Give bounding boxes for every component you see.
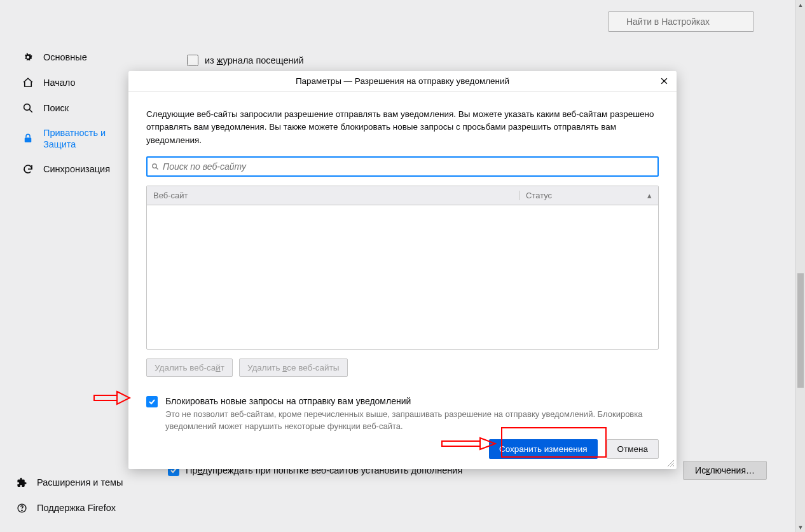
- remove-all-sites-button[interactable]: Удалить все веб-сайты: [239, 358, 348, 377]
- save-button[interactable]: Сохранить изменения: [489, 439, 598, 459]
- block-new-requests-checkbox[interactable]: [146, 396, 158, 407]
- block-requests-label: Блокировать новые запросы на отправку ва…: [165, 396, 659, 406]
- site-search-field[interactable]: [146, 156, 659, 177]
- block-requests-note: Это не позволит веб-сайтам, кроме перечи…: [165, 409, 659, 433]
- svg-line-10: [156, 168, 158, 170]
- dialog-title: Параметры — Разрешения на отправку уведо…: [296, 76, 509, 86]
- column-header-site[interactable]: Веб-сайт: [147, 191, 519, 200]
- column-header-status[interactable]: Статус ▴: [519, 191, 658, 200]
- remove-site-button[interactable]: Удалить веб-сайт: [146, 358, 233, 377]
- dialog-description: Следующие веб-сайты запросили разрешение…: [146, 108, 659, 148]
- sites-table: Веб-сайт Статус ▴: [146, 186, 659, 350]
- svg-line-13: [673, 465, 674, 467]
- close-icon[interactable]: [657, 74, 670, 87]
- svg-point-9: [153, 164, 157, 168]
- resize-grip-icon[interactable]: [666, 459, 675, 468]
- sort-asc-icon: ▴: [647, 191, 652, 200]
- site-search-input[interactable]: [159, 161, 654, 172]
- notifications-permissions-dialog: Параметры — Разрешения на отправку уведо…: [128, 71, 677, 469]
- cancel-button[interactable]: Отмена: [607, 439, 659, 459]
- sites-table-body: [147, 205, 658, 349]
- search-icon: [151, 163, 159, 170]
- dialog-header: Параметры — Разрешения на отправку уведо…: [128, 71, 677, 92]
